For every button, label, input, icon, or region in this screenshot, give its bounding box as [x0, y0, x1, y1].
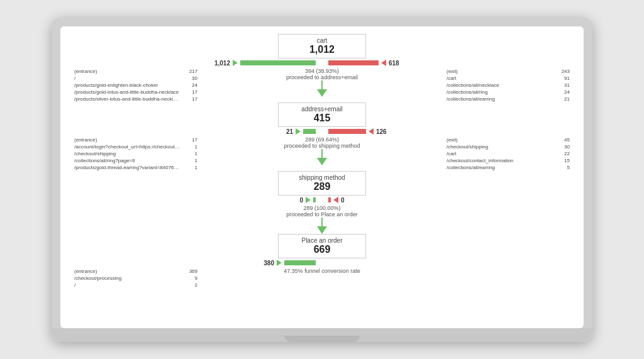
table-row: (entrance)369 [73, 268, 199, 275]
funnel-diagram: cart 1,012 1,012 618 [73, 34, 571, 289]
addr-bar-in-num: 21 [286, 128, 293, 135]
place-order-node: Place an order 669 [278, 234, 366, 258]
laptop-screen: cart 1,012 1,012 618 [60, 26, 584, 328]
table-row: /collections/all/ring24 [445, 89, 571, 96]
ship-bar-red [328, 197, 331, 202]
table-row: /collections/all/earring21 [445, 96, 571, 102]
ship-bar-out-num: 0 [341, 197, 345, 204]
table-row: /collections/all/necklace31 [445, 82, 571, 89]
table-row: /account/login?checkout_url=https://chec… [73, 143, 199, 150]
addr-side-row: (entrance)17/account/login?checkout_url=… [73, 136, 571, 171]
addr-bar-out-num: 126 [376, 128, 387, 135]
cart-proceed-sub: proceeded to address+email [286, 74, 358, 80]
table-row: (exit)45 [445, 136, 571, 143]
addr-down-arrow [317, 149, 327, 165]
address-email-title: address+email [291, 106, 353, 113]
place-order-title: Place an order [291, 237, 353, 244]
ship-center: 289 (100.00%) proceeded to Place an orde… [286, 205, 358, 234]
cart-title: cart [291, 37, 353, 44]
address-email-node: address+email 415 [278, 102, 366, 127]
address-email-count: 415 [291, 113, 353, 124]
cart-bar-green [240, 60, 316, 65]
order-center: 47.35% funnel conversion rate [199, 268, 445, 274]
table-row: /checkout/contact_information15 [445, 157, 571, 164]
table-row: /products/gold-enlighten-black-choker24 [73, 82, 199, 89]
table-row: /2 [73, 282, 199, 289]
table-row: /products/gold-lotus-and-little-buddha-n… [73, 89, 199, 96]
table-row: /checkout/shipping1 [73, 150, 199, 157]
table-row: /cart22 [445, 150, 571, 157]
cart-bar-red [328, 60, 379, 65]
order-left-table: (entrance)369/checkout/processing9/2 [73, 268, 199, 289]
addr-bar-red [328, 129, 366, 134]
ship-bar-in-arrow [306, 197, 311, 203]
ship-proceed-text: 289 (100.00%) [286, 205, 358, 211]
order-bar-in-num: 380 [264, 260, 274, 267]
cart-bar-in-arrow [233, 60, 238, 66]
cart-right-table: (exit)243/cart91/collections/all/necklac… [445, 68, 571, 102]
addr-proceed-sub: proceeded to shipping method [284, 143, 360, 149]
addr-bar-green [303, 129, 316, 134]
shipping-count: 289 [291, 181, 353, 192]
shipping-title: shipping method [291, 174, 353, 181]
ship-proceed-sub: proceeded to Place an order [286, 211, 358, 218]
addr-bar-out-arrow [369, 128, 374, 135]
table-row: /collections/all/ring?page=61 [73, 157, 199, 164]
addr-center: 289 (69.64%) proceeded to shipping metho… [199, 136, 445, 165]
cart-side-row: (entrance)217/30/products/gold-enlighten… [73, 68, 571, 102]
place-order-count: 669 [291, 244, 353, 255]
table-row: /cart91 [445, 75, 571, 82]
cart-center: 394 (38.93%) proceeded to address+email [199, 68, 445, 97]
cart-left-table: (entrance)217/30/products/gold-enlighten… [73, 68, 199, 102]
addr-left-table: (entrance)17/account/login?checkout_url=… [73, 136, 199, 171]
ship-down-arrow [286, 218, 358, 234]
table-row: /checkout/shipping30 [445, 143, 571, 150]
table-row: /30 [73, 75, 199, 82]
order-side-row: (entrance)369/checkout/processing9/2 47.… [73, 268, 571, 289]
cart-bar-in-num: 1,012 [214, 60, 230, 67]
table-row: /products/gold-thread-earring?variant=84… [73, 164, 199, 171]
laptop-notch [284, 336, 360, 342]
table-row: /products/silver-lotus-and-little-buddha… [73, 96, 199, 102]
ship-bar-in-num: 0 [299, 197, 303, 204]
table-row: /checkout/processing9 [73, 275, 199, 282]
ship-bar-green [313, 197, 316, 202]
cart-count: 1,012 [291, 44, 353, 55]
addr-bar-in-arrow [296, 128, 301, 135]
laptop-base [52, 328, 592, 342]
addr-proceed-text: 289 (69.64%) [305, 136, 339, 143]
cart-bar-out-num: 618 [389, 60, 399, 67]
shipping-node: shipping method 289 [278, 171, 366, 196]
laptop: cart 1,012 1,012 618 [52, 18, 592, 342]
cart-bar-out-arrow [381, 60, 386, 66]
addr-right-table: (exit)45/checkout/shipping30/cart22/chec… [445, 136, 571, 171]
table-row: (entrance)217 [73, 68, 199, 75]
order-conversion-note: 47.35% funnel conversion rate [284, 268, 360, 274]
cart-down-arrow [317, 80, 327, 97]
table-row: /collections/all/earring5 [445, 164, 571, 171]
table-row: (entrance)17 [73, 136, 199, 143]
cart-node: cart 1,012 [278, 34, 366, 58]
ship-bar-out-arrow [333, 197, 338, 203]
cart-proceed-text: 394 (38.93%) [305, 68, 339, 74]
funnel-content: cart 1,012 1,012 618 [60, 26, 584, 328]
order-bar-green [284, 260, 316, 265]
table-row: (exit)243 [445, 68, 571, 75]
order-bar-in-arrow [277, 260, 282, 266]
